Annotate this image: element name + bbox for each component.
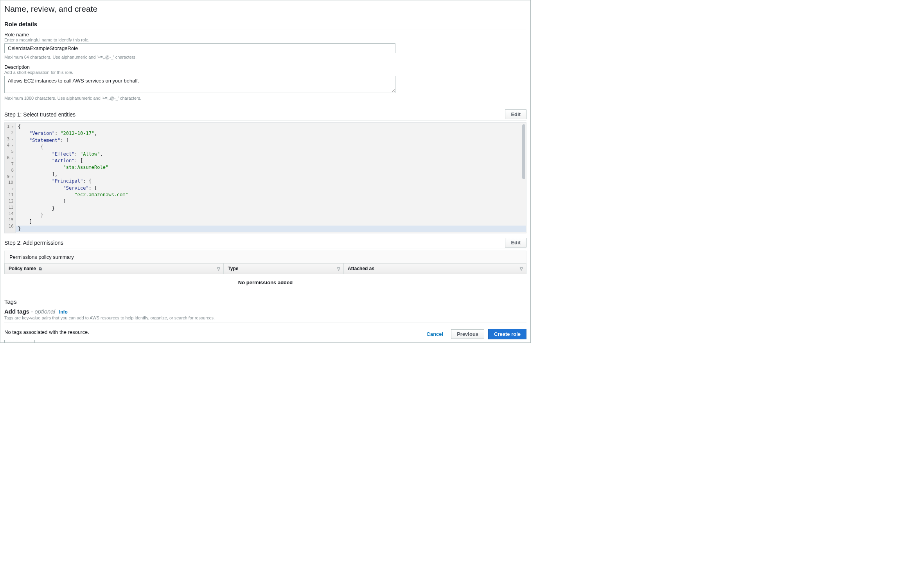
description-input[interactable]: Allows EC2 instances to call AWS service… — [4, 76, 395, 93]
description-hint: Add a short explanation for this role. — [4, 70, 526, 75]
description-field: Description Add a short explanation for … — [4, 64, 526, 100]
code-scrollbar[interactable] — [522, 124, 525, 179]
role-name-input[interactable] — [4, 43, 395, 53]
code-gutter: 12345678910111213141516 — [5, 123, 16, 233]
description-label: Description — [4, 64, 526, 70]
role-details-heading: Role details — [4, 19, 526, 29]
create-role-button[interactable]: Create role — [488, 329, 526, 339]
sort-icon[interactable]: ▽ — [520, 267, 523, 271]
role-name-label: Role name — [4, 32, 526, 38]
description-help: Maximum 1000 characters. Use alphanumeri… — [4, 96, 526, 100]
step2-title: Step 2: Add permissions — [4, 240, 63, 246]
tags-heading: Tags — [4, 298, 526, 305]
trust-policy-editor[interactable]: 12345678910111213141516 { "Version": "20… — [4, 122, 526, 233]
previous-button[interactable]: Previous — [451, 329, 484, 339]
role-name-field: Role name Enter a meaningful name to ide… — [4, 32, 526, 59]
step1-title: Step 1: Select trusted entities — [4, 111, 75, 118]
external-link-icon: ⧉ — [39, 266, 42, 271]
cancel-button[interactable]: Cancel — [423, 329, 447, 339]
permissions-summary-label: Permissions policy summary — [4, 251, 526, 263]
tags-info-link[interactable]: Info — [59, 309, 68, 315]
step1-edit-button[interactable]: Edit — [505, 109, 526, 119]
step2-edit-button[interactable]: Edit — [505, 238, 526, 247]
role-details-section: Role details Role name Enter a meaningfu… — [4, 19, 526, 100]
sort-icon[interactable]: ▽ — [337, 267, 340, 271]
col-attached-as-label: Attached as — [348, 266, 374, 271]
add-tags-title: Add tags — [4, 308, 29, 315]
wizard-footer: Cancel Previous Create role — [423, 329, 526, 339]
page-title: Name, review, and create — [4, 4, 526, 14]
col-type[interactable]: Type ▽ — [224, 264, 344, 274]
step2-header: Step 2: Add permissions Edit — [4, 237, 526, 249]
col-policy-name-label: Policy name — [9, 266, 36, 271]
role-name-hint: Enter a meaningful name to identify this… — [4, 38, 526, 42]
no-permissions-text: No permissions added — [5, 274, 526, 291]
col-type-label: Type — [228, 266, 238, 271]
sort-icon[interactable]: ▽ — [217, 267, 220, 271]
add-tag-button[interactable]: Add tag — [4, 340, 35, 343]
role-name-help: Maximum 64 characters. Use alphanumeric … — [4, 55, 526, 59]
tags-description: Tags are key-value pairs that you can ad… — [4, 316, 526, 320]
permissions-table: Policy name ⧉ ▽ Type ▽ Attached as ▽ No … — [4, 263, 526, 291]
col-attached-as[interactable]: Attached as ▽ — [344, 264, 526, 274]
step1-header: Step 1: Select trusted entities Edit — [4, 108, 526, 121]
col-policy-name[interactable]: Policy name ⧉ ▽ — [5, 264, 224, 274]
code-area[interactable]: { "Version": "2012-10-17", "Statement": … — [16, 123, 526, 233]
optional-label: - optional — [29, 308, 55, 315]
